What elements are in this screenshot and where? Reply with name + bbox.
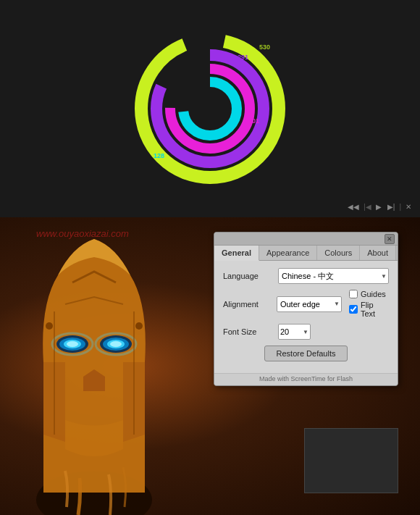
ctrl-close[interactable]: ✕ [404,202,413,212]
language-select[interactable]: Chinese - 中文 English French [278,268,389,284]
language-row: Language Chinese - 中文 English French ▼ [223,268,389,284]
fontsize-label: Font Size [223,327,274,336]
dark-preview-box [304,428,398,493]
guides-row: Guides [349,290,389,298]
alignment-select-wrapper: Outer edge Inner edge Center ▼ [277,296,342,312]
checkbox-group: Guides Flip Text [349,290,389,318]
label-530: 530 [259,43,270,51]
guides-label: Guides [361,290,386,298]
settings-titlebar: ✕ [214,233,398,246]
fontsize-row: Font Size 12 14 16 18 20 22 ▼ [223,324,389,340]
label-201: 201 [248,117,259,125]
settings-body: Language Chinese - 中文 English French ▼ A… [214,261,398,373]
alignment-label: Alignment [223,300,272,309]
guides-checkbox[interactable] [349,290,358,298]
fontsize-wrapper: 12 14 16 18 20 22 ▼ [278,324,311,340]
tab-about[interactable]: About [360,246,396,260]
tab-appearance[interactable]: Appearance [259,246,317,260]
alignment-select[interactable]: Outer edge Inner edge Center [277,296,342,312]
top-panel: 530 291 201 128 ◀◀ |◀ ▶ ▶| | ✕ [0,0,420,217]
svg-point-12 [135,322,143,330]
ironman-helmet [0,217,196,515]
fontsize-select-wrapper: 12 14 16 18 20 22 ▼ [278,324,311,340]
svg-point-11 [46,322,53,330]
ctrl-forward[interactable]: ▶| [386,202,397,212]
fliptext-label: Flip Text [361,301,389,318]
fliptext-checkbox[interactable] [349,305,358,314]
chart-container: 530 291 201 128 [130,29,290,188]
ring-cyan [183,82,237,135]
close-button[interactable]: ✕ [385,234,395,244]
svg-point-4 [67,341,78,347]
language-label: Language [223,272,274,280]
label-291: 291 [238,54,248,61]
settings-panel: ✕ General Appearance Colours About Langu… [214,232,398,386]
ctrl-rewind[interactable]: ◀◀ [346,202,361,212]
bottom-panel: www.ouyaoxiazai.com ✕ General Appearance… [0,217,420,515]
fliptext-row: Flip Text [349,301,389,318]
tabs-row: General Appearance Colours About [214,246,398,261]
footer-text: Made with ScreenTime for Flash [214,373,398,385]
restore-defaults-button[interactable]: Restore Defaults [264,346,348,361]
tab-general[interactable]: General [214,246,259,261]
controls-bar: ◀◀ |◀ ▶ ▶| | ✕ [346,202,413,212]
tab-colours[interactable]: Colours [317,246,360,260]
ctrl-separator2: | [399,203,401,211]
alignment-row: Alignment Outer edge Inner edge Center ▼… [223,290,389,318]
language-select-wrapper: Chinese - 中文 English French ▼ [278,268,389,284]
ctrl-separator1: |◀ [364,203,371,211]
svg-point-8 [110,341,122,347]
donut-chart: 530 291 201 128 [130,29,290,188]
label-128: 128 [154,152,164,159]
ctrl-play[interactable]: ▶ [374,202,383,212]
fontsize-select[interactable]: 12 14 16 18 20 22 [278,324,311,340]
